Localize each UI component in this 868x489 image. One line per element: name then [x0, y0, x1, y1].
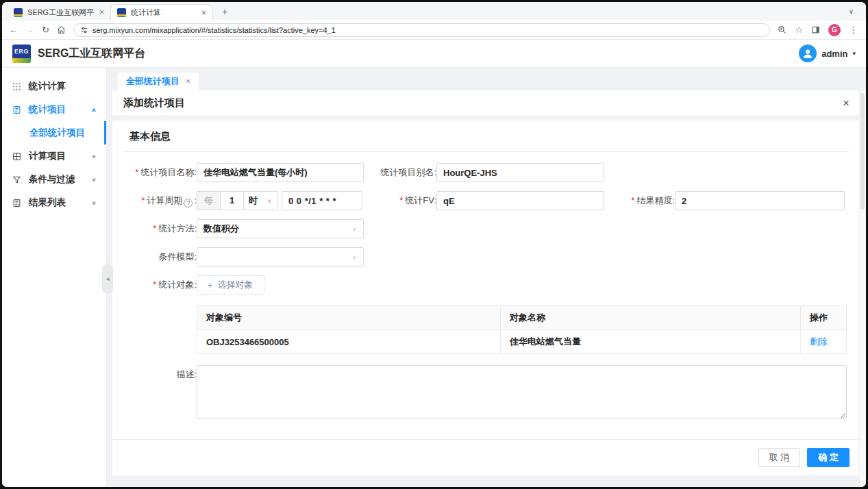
- browser-profile-avatar[interactable]: G: [828, 24, 841, 36]
- required-mark: *: [135, 167, 138, 177]
- column-action: 操作: [801, 306, 847, 330]
- url-bar[interactable]: serg.mixyun.com/mixapplication/#/statist…: [73, 23, 770, 37]
- close-tab-icon[interactable]: ×: [186, 77, 190, 86]
- tab-all-stat-projects[interactable]: 全部统计项目 ×: [118, 73, 199, 90]
- reload-icon[interactable]: ↻: [42, 25, 49, 34]
- period-every-box: 每: [197, 191, 221, 210]
- required-mark: *: [153, 279, 156, 290]
- back-icon[interactable]: ←: [9, 25, 18, 34]
- form-row: 描述:: [123, 365, 845, 421]
- form-row: *统计对象: + 选择对象: [123, 275, 845, 294]
- object-name-cell: 佳华电站燃气当量: [501, 330, 801, 354]
- close-tab-icon[interactable]: ×: [201, 9, 206, 17]
- sidebar-root-stat-calc[interactable]: 统计计算: [2, 75, 106, 98]
- result-precision-input[interactable]: [675, 191, 845, 210]
- question-circle-icon[interactable]: ?: [184, 199, 193, 208]
- sidebar-item-label: 条件与过滤: [29, 173, 75, 186]
- browser-menu-icon[interactable]: ⋮: [849, 25, 858, 34]
- required-mark: *: [631, 195, 634, 205]
- required-mark: *: [153, 223, 156, 234]
- tab-label: 全部统计项目: [126, 75, 179, 88]
- stat-method-value: 数值积分: [203, 223, 239, 235]
- browser-tab-stats[interactable]: 统计计算 ×: [110, 4, 213, 21]
- sidebar: 统计计算 统计项目 ∧ 全部统计项目 计算项目 ∨: [2, 68, 107, 487]
- sidebar-item-conditions-filter[interactable]: 条件与过滤 ∨: [2, 168, 106, 191]
- scrollbar-thumb[interactable]: [860, 93, 865, 210]
- page-tab-bar: 全部统计项目 ×: [107, 68, 866, 90]
- period-label: *计算周期?:: [123, 191, 197, 210]
- method-label: *统计方法:: [123, 219, 197, 238]
- stat-method-select[interactable]: 数值积分 ∨: [197, 219, 364, 238]
- basic-info-form: *统计项目名称: 统计项目别名: *计算周期?:: [112, 152, 860, 421]
- select-object-button[interactable]: + 选择对象: [197, 275, 264, 294]
- section-title: 基本信息: [123, 121, 850, 152]
- sidebar-item-result-list[interactable]: 结果列表 ∨: [2, 191, 106, 214]
- zoom-icon[interactable]: [778, 25, 786, 34]
- period-number-input[interactable]: 1: [220, 191, 244, 210]
- sidebar-item-label: 结果列表: [29, 197, 66, 209]
- site-settings-icon[interactable]: [80, 26, 88, 34]
- form-row: *计算周期?: 每 1 时 ∨: [123, 191, 845, 210]
- stat-fv-input[interactable]: [436, 191, 604, 210]
- apps-grid-icon: [12, 82, 22, 92]
- panel-title: 添加统计项目: [123, 97, 185, 110]
- browser-tab-strip: SERG工业互联网平台 × 统计计算 × + ∨: [2, 2, 866, 21]
- form-row: *统计项目名称: 统计项目别名:: [123, 163, 845, 182]
- chevron-down-icon: ∨: [352, 226, 357, 232]
- sidebar-item-stat-projects[interactable]: 统计项目 ∧: [2, 98, 106, 121]
- forward-icon[interactable]: →: [25, 25, 34, 34]
- home-icon[interactable]: [57, 25, 66, 34]
- sidebar-item-label: 统计项目: [29, 103, 66, 116]
- browser-tab-title: SERG工业互联网平台: [27, 8, 95, 18]
- user-avatar-icon: [799, 45, 817, 62]
- serg-favicon-icon: [117, 8, 126, 17]
- browser-window: SERG工业互联网平台 × 统计计算 × + ∨ ← → ↻ serg.mixy…: [2, 2, 866, 487]
- confirm-button[interactable]: 确 定: [807, 448, 850, 467]
- delete-link[interactable]: 删除: [810, 336, 828, 347]
- description-textarea[interactable]: [197, 365, 847, 418]
- browser-tab-serg[interactable]: SERG工业互联网平台 ×: [8, 4, 110, 21]
- sidebar-subitem-label: 全部统计项目: [29, 127, 85, 139]
- condition-model-label: 条件模型:: [123, 247, 197, 266]
- panel-header: 添加统计项目 ×: [112, 90, 860, 115]
- description-field-wrap: [197, 365, 847, 421]
- condition-model-select[interactable]: ∨: [197, 247, 364, 266]
- content-area: 统计计算 统计项目 ∧ 全部统计项目 计算项目 ∨: [2, 68, 866, 487]
- stat-project-alias-input[interactable]: [436, 163, 604, 182]
- plus-icon: +: [208, 280, 213, 290]
- close-panel-icon[interactable]: ×: [843, 97, 850, 109]
- sidebar-collapse-handle[interactable]: ◂: [102, 264, 113, 294]
- close-tab-icon[interactable]: ×: [99, 8, 104, 16]
- url-text: serg.mixyun.com/mixapplication/#/statist…: [92, 26, 336, 34]
- browser-address-bar: ← → ↻ serg.mixyun.com/mixapplication/#/s…: [2, 21, 866, 40]
- sidebar-item-all-stat-projects[interactable]: 全部统计项目: [2, 121, 106, 145]
- object-id-cell: OBJ3253466500005: [197, 330, 501, 354]
- stat-object-label: *统计对象:: [123, 275, 197, 294]
- cancel-button[interactable]: 取 消: [758, 448, 801, 467]
- cron-expression-input[interactable]: [282, 191, 362, 210]
- serg-logo: ERG: [12, 45, 31, 63]
- table-header-row: 对象编号 对象名称 操作: [197, 306, 847, 330]
- collapse-left-icon: ◂: [106, 275, 110, 282]
- stat-project-name-input[interactable]: [197, 163, 364, 182]
- add-stat-project-panel: 添加统计项目 × 基本信息 *统计项目名称: 统计项目别名:: [112, 90, 860, 475]
- tab-search-chevron-icon[interactable]: ∨: [842, 6, 860, 16]
- object-table: 对象编号 对象名称 操作 OBJ3253466500005 佳华电站燃气当量 删…: [197, 305, 847, 354]
- scrollbar-track[interactable]: [859, 90, 866, 487]
- chevron-down-icon: ∨: [91, 153, 97, 160]
- user-menu[interactable]: admin ▾: [799, 45, 856, 62]
- description-label: 描述:: [123, 365, 197, 384]
- name-label: *统计项目名称:: [123, 163, 197, 182]
- period-unit-select[interactable]: 时 ∨: [243, 191, 277, 210]
- serg-logo-text: ERG: [12, 45, 31, 58]
- bookmark-star-icon[interactable]: ☆: [795, 25, 803, 34]
- side-panel-icon[interactable]: [811, 25, 820, 34]
- alias-label: 统计项目别名:: [364, 163, 436, 182]
- required-mark: *: [141, 195, 145, 205]
- app-title: SERG工业互联网平台: [38, 47, 145, 61]
- document-icon: [12, 105, 22, 115]
- browser-actions: ☆ G ⋮: [778, 24, 859, 36]
- sidebar-item-calc-projects[interactable]: 计算项目 ∨: [2, 145, 106, 168]
- select-object-button-label: 选择对象: [218, 279, 253, 291]
- new-tab-button[interactable]: +: [217, 4, 232, 19]
